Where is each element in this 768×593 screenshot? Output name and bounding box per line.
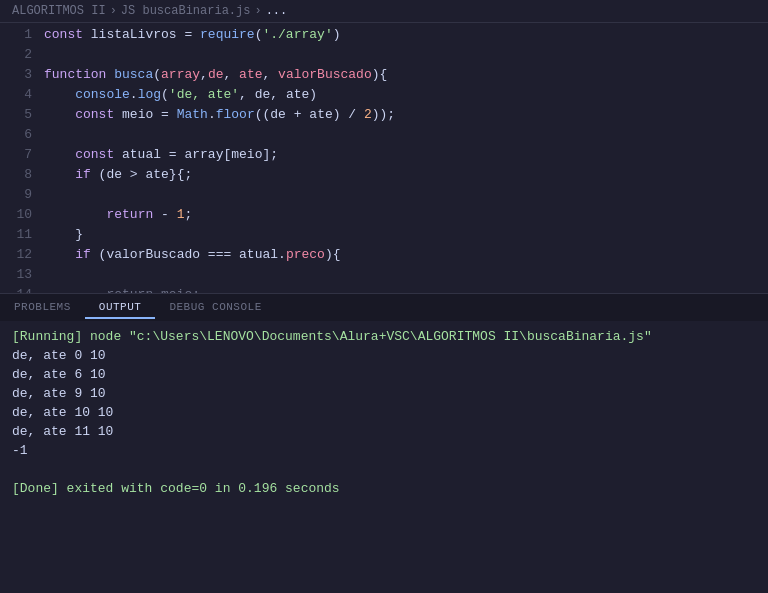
code-line: return meio; [44,285,760,293]
line-number: 12 [8,245,32,265]
code-line: if (valorBuscado === atual.preco){ [44,245,760,265]
output-line: de, ate 0 10 [12,346,756,365]
breadcrumb-sep2: › [254,4,261,18]
line-number: 3 [8,65,32,85]
breadcrumb-part1: ALGORITMOS II [12,4,106,18]
breadcrumb-sep1: › [110,4,117,18]
code-line: const listaLivros = require('./array') [44,25,760,45]
line-number: 8 [8,165,32,185]
code-line: function busca(array,de, ate, valorBusca… [44,65,760,85]
line-numbers: 1234567891011121314 [0,23,44,293]
breadcrumb: ALGORITMOS II › JS buscaBinaria.js › ... [0,0,768,23]
code-editor: 1234567891011121314 const listaLivros = … [0,23,768,293]
code-line: if (de > ate}{; [44,165,760,185]
output-line: de, ate 6 10 [12,365,756,384]
tab-output[interactable]: OUTPUT [85,297,156,319]
line-number: 10 [8,205,32,225]
breadcrumb-part3: ... [266,4,288,18]
line-number: 6 [8,125,32,145]
output-line: [Done] exited with code=0 in 0.196 secon… [12,479,756,498]
code-line: } [44,225,760,245]
tab-debug-console[interactable]: DEBUG CONSOLE [155,297,275,319]
code-line: return - 1; [44,205,760,225]
line-number: 1 [8,25,32,45]
output-panel: [Running] node "c:\Users\LENOVO\Document… [0,321,768,592]
breadcrumb-part2: JS buscaBinaria.js [121,4,251,18]
code-line: const meio = Math.floor((de + ate) / 2))… [44,105,760,125]
code-area[interactable]: const listaLivros = require('./array') f… [44,23,768,293]
output-line: -1 [12,441,756,460]
code-line: console.log('de, ate', de, ate) [44,85,760,105]
line-number: 2 [8,45,32,65]
code-line [44,45,760,65]
line-number: 5 [8,105,32,125]
line-number: 7 [8,145,32,165]
output-line: de, ate 10 10 [12,403,756,422]
output-line: de, ate 11 10 [12,422,756,441]
line-number: 9 [8,185,32,205]
line-number: 4 [8,85,32,105]
line-number: 13 [8,265,32,285]
panel-tabs: PROBLEMS OUTPUT DEBUG CONSOLE [0,293,768,321]
output-line [12,460,756,479]
code-line [44,265,760,285]
line-number: 11 [8,225,32,245]
output-line: [Running] node "c:\Users\LENOVO\Document… [12,327,756,346]
line-number: 14 [8,285,32,293]
code-line [44,125,760,145]
code-line: const atual = array[meio]; [44,145,760,165]
output-line: de, ate 9 10 [12,384,756,403]
code-line [44,185,760,205]
tab-problems[interactable]: PROBLEMS [0,297,85,319]
